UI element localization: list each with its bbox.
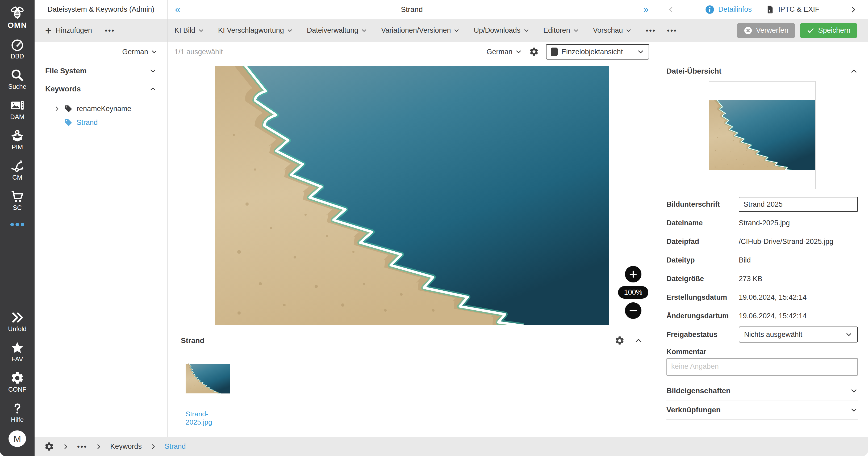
- collapse-left-button[interactable]: «: [175, 4, 180, 15]
- main-sidebar: OMN DBD Suche DAM PIM CM SC: [0, 0, 35, 456]
- menu-more-button[interactable]: •••: [646, 26, 656, 35]
- tab-label: Detailinfos: [718, 5, 752, 13]
- add-button[interactable]: + Hinzufügen: [45, 25, 92, 36]
- sidebar-item-pim[interactable]: PIM: [10, 129, 25, 151]
- chevron-down-icon: [361, 27, 367, 34]
- breadcrumb-more[interactable]: •••: [77, 443, 87, 451]
- zoom-in-button[interactable]: [625, 266, 642, 283]
- minus-icon: [629, 306, 638, 315]
- chevron-down-icon: [637, 48, 644, 56]
- breadcrumb-item-keywords[interactable]: Keywords: [110, 443, 142, 451]
- tree-panel-header: Dateisystem & Keywords (Admin): [35, 0, 167, 19]
- asset-filename-link[interactable]: Strand-2025.jpg: [186, 410, 230, 426]
- sidebar-item-sc[interactable]: SC: [10, 189, 25, 211]
- field-value: 19.06.2024, 15:42:14: [739, 293, 807, 301]
- menu-label: Variationen/Versionen: [381, 26, 451, 35]
- field-value: Bild: [739, 256, 751, 264]
- sidebar-item-unfold[interactable]: Unfold: [8, 310, 26, 333]
- strip-title: Strand: [181, 336, 205, 345]
- section-divider: [666, 419, 858, 420]
- section-file-system[interactable]: File System: [35, 62, 167, 80]
- asset-thumbnail-card[interactable]: Strand-2025.jpg: [186, 356, 230, 426]
- detail-spacer: [656, 42, 868, 61]
- asset-image[interactable]: [215, 66, 609, 325]
- field-row-dateigroesse: Dateigröße 273 KB: [666, 269, 858, 288]
- language-dropdown[interactable]: German: [486, 48, 522, 56]
- sidebar-item-label: Hilfe: [11, 416, 24, 424]
- detail-content: Datei-Übersicht Bildunterschrift Dateina…: [656, 61, 868, 437]
- strip-settings-gear-icon[interactable]: [615, 335, 625, 346]
- section-verknuepfungen[interactable]: Verknüpfungen: [666, 400, 858, 419]
- tab-prev-chevron-left-icon[interactable]: [667, 6, 675, 13]
- chevron-up-icon[interactable]: [634, 336, 643, 345]
- zoom-level-badge: 100%: [618, 286, 648, 299]
- bee-logo-icon: [9, 4, 26, 20]
- section-bildeigenschaften[interactable]: Bildeigenschaften: [666, 381, 858, 400]
- menu-up-downloads[interactable]: Up/Downloads: [474, 26, 529, 35]
- detail-more-button[interactable]: •••: [667, 26, 677, 35]
- menu-label: Up/Downloads: [474, 26, 520, 35]
- sidebar-item-hilfe[interactable]: Hilfe: [10, 401, 25, 424]
- discard-button[interactable]: Verwerfen: [737, 23, 796, 38]
- x-circle-icon: [744, 26, 752, 35]
- release-status-select[interactable]: Nichts ausgewählt: [739, 327, 858, 342]
- sidebar-item-label: Suche: [8, 83, 26, 90]
- question-icon: [10, 401, 25, 416]
- caption-input[interactable]: [739, 197, 858, 212]
- menu-ki-verschlagwortung[interactable]: KI Verschlagwortung: [218, 26, 293, 35]
- tree-more-button[interactable]: •••: [105, 26, 115, 35]
- tree-item-label: renameKeyname: [76, 105, 131, 113]
- caption-row: Bildunterschrift: [666, 195, 858, 214]
- section-keywords[interactable]: Keywords: [35, 80, 167, 98]
- user-avatar[interactable]: M: [8, 430, 26, 447]
- asset-title: Strand: [167, 5, 656, 14]
- menu-ki-bild[interactable]: KI Bild: [175, 26, 204, 35]
- keyword-tree: renameKeyname Strand: [35, 98, 167, 129]
- sidebar-item-label: DAM: [10, 113, 24, 121]
- section-label: Datei-Übersicht: [666, 67, 850, 75]
- chevron-right-icon: [150, 443, 157, 450]
- sidebar-item-cm[interactable]: CM: [10, 159, 25, 181]
- comment-textarea[interactable]: [666, 358, 858, 376]
- menu-label: Vorschau: [593, 26, 623, 35]
- section-datei-uebersicht[interactable]: Datei-Übersicht: [666, 61, 858, 81]
- tree-item-renamekeyname[interactable]: renameKeyname: [35, 102, 167, 116]
- app-logo-label: OMN: [8, 21, 27, 30]
- view-settings-gear-icon[interactable]: [529, 47, 539, 57]
- field-label: Kommentar: [666, 348, 706, 356]
- sidebar-item-conf[interactable]: CONF: [8, 371, 26, 393]
- tree-item-strand[interactable]: Strand: [35, 116, 167, 129]
- sidebar-item-dam[interactable]: DAM: [10, 98, 25, 121]
- field-label: Freigabestatus: [666, 330, 739, 339]
- sidebar-item-suche[interactable]: Suche: [8, 68, 26, 90]
- chevron-down-icon[interactable]: [151, 48, 158, 55]
- menu-editoren[interactable]: Editoren: [543, 26, 579, 35]
- collapse-right-button[interactable]: »: [643, 4, 649, 15]
- menu-dateiverwaltung[interactable]: Dateiverwaltung: [307, 26, 368, 35]
- menu-vorschau[interactable]: Vorschau: [593, 26, 632, 35]
- sidebar-item-label: PIM: [12, 143, 23, 151]
- comment-label-row: Kommentar: [666, 344, 858, 358]
- language-dropdown-label[interactable]: German: [122, 48, 148, 56]
- selection-info: 1/1 ausgewählt: [175, 48, 223, 56]
- tab-next-chevron-right-icon[interactable]: [849, 6, 857, 13]
- chevron-right-icon: [95, 443, 102, 450]
- sidebar-item-dbd[interactable]: DBD: [10, 38, 25, 60]
- sidebar-item-label: SC: [13, 204, 22, 211]
- breadcrumb-item-strand[interactable]: Strand: [165, 443, 186, 451]
- save-button[interactable]: Speichern: [800, 23, 857, 38]
- chevron-down-icon: [454, 27, 460, 34]
- breadcrumb-settings-gear-icon[interactable]: [44, 442, 54, 452]
- sidebar-more-button[interactable]: [9, 222, 25, 227]
- tab-iptc-exif[interactable]: IPTC & EXIF: [766, 5, 819, 14]
- sidebar-item-fav[interactable]: FAV: [10, 340, 25, 363]
- view-mode-select[interactable]: Einzelobjektansicht: [546, 44, 649, 60]
- menu-variationen-versionen[interactable]: Variationen/Versionen: [381, 26, 460, 35]
- app-logo[interactable]: OMN: [8, 4, 27, 30]
- tab-detailinfos[interactable]: Detailinfos: [705, 5, 752, 14]
- single-object-view-icon: [551, 47, 558, 56]
- zoom-out-button[interactable]: [625, 302, 642, 319]
- plus-icon: +: [45, 25, 51, 36]
- expander-chevron-right-icon[interactable]: [54, 105, 60, 112]
- zoom-controls: 100%: [620, 266, 647, 319]
